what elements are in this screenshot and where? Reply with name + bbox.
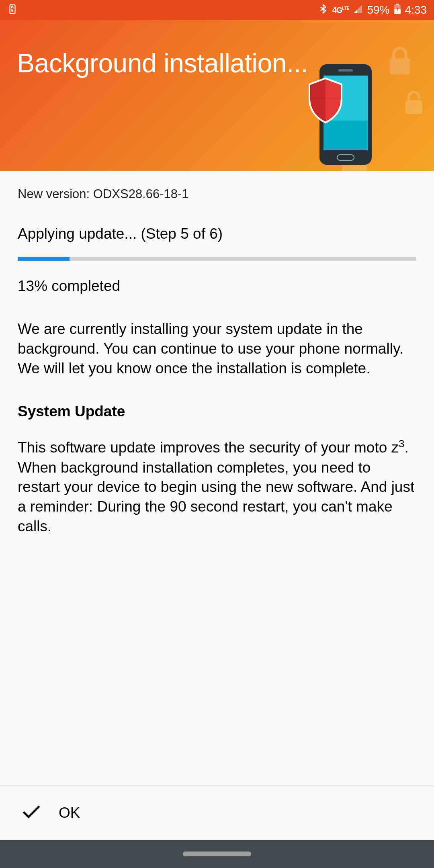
completed-label: 13% completed: [18, 278, 416, 295]
progress-fill: [18, 257, 70, 261]
ok-label: OK: [59, 805, 80, 821]
lock-icon: [388, 46, 412, 76]
status-right: 4G LTE 59% 4:33: [318, 4, 427, 17]
svg-rect-3: [396, 4, 399, 5]
clock-label: 4:33: [405, 4, 427, 16]
signal-icon: [353, 4, 363, 16]
shield-icon: [305, 76, 346, 125]
ok-button[interactable]: OK: [0, 785, 434, 840]
bluetooth-icon: [318, 4, 328, 17]
details-text: This software update improves the securi…: [18, 437, 416, 536]
status-bar: 4G LTE 59% 4:33: [0, 0, 434, 20]
network-type-label: 4G LTE: [332, 6, 350, 14]
content-area: New version: ODXS28.66-18-1 Applying upd…: [0, 171, 434, 553]
status-left: [7, 4, 18, 16]
lock-icon: [404, 90, 424, 115]
battery-percent-label: 59%: [367, 4, 389, 16]
version-label: New version: ODXS28.66-18-1: [18, 187, 416, 201]
sync-icon: [7, 4, 18, 16]
step-label: Applying update... (Step 5 of 6): [18, 225, 416, 242]
progress-bar: [18, 257, 416, 261]
svg-rect-4: [390, 58, 410, 74]
header-banner: Background installation...: [0, 20, 434, 171]
svg-rect-5: [405, 100, 422, 114]
home-pill[interactable]: [183, 852, 251, 856]
navigation-bar[interactable]: [0, 840, 434, 868]
section-heading: System Update: [18, 403, 416, 420]
description-text: We are currently installing your system …: [18, 319, 416, 378]
check-icon: [23, 805, 40, 821]
battery-charging-icon: [394, 4, 401, 17]
